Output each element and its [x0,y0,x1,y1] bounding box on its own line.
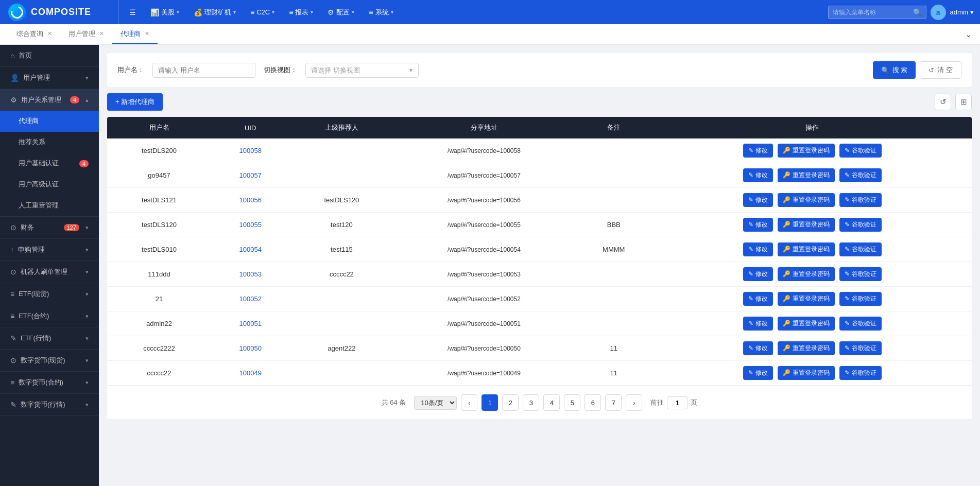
page-5-button[interactable]: 5 [564,394,580,411]
sidebar-group-crypto-futures: ≡ 数字货币(合约) ▾ [0,372,99,394]
page-1-button[interactable]: 1 [482,394,498,411]
sidebar-item-advanced-auth[interactable]: 用户高级认证 [0,174,99,195]
cell-username: go9457 [107,163,211,188]
sidebar-item-etf-spot[interactable]: ≡ ETF(现货) ▾ [0,283,99,305]
reset-password-button[interactable]: 🔑 重置登录密码 [778,218,834,232]
google-auth-button[interactable]: ✎ 谷歌验证 [839,366,881,380]
sidebar-item-etf-market[interactable]: ✎ ETF(行情) ▾ [0,327,99,349]
reset-password-button[interactable]: 🔑 重置登录密码 [778,193,834,207]
tab-general-search-close[interactable]: ✕ [47,30,52,37]
tabs-expand-icon[interactable]: ⌄ [965,29,972,39]
sidebar-item-crypto-market[interactable]: ✎ 数字货币(行情) ▾ [0,394,99,415]
user-name[interactable]: admin ▾ [950,8,974,16]
cell-share: /wap/#/?usercode=100049 [393,361,574,386]
google-auth-button[interactable]: ✎ 谷歌验证 [839,242,881,256]
sidebar-finance-label: 财务 [21,223,34,232]
table-row: 21 100052 /wap/#/?usercode=100052 ✎ 修改 🔑… [107,287,972,311]
sidebar-item-crypto-spot[interactable]: ⊙ 数字货币(现货) ▾ [0,350,99,371]
page-7-button[interactable]: 7 [605,394,622,411]
google-auth-button[interactable]: ✎ 谷歌验证 [839,317,881,331]
search-button[interactable]: 🔍 搜 索 [873,61,916,79]
nav-item-c2c[interactable]: ≡ C2C ▾ [244,0,281,24]
nav-item-hamburger[interactable]: ☰ [123,0,142,24]
sidebar-item-etf-futures[interactable]: ≡ ETF(合约) ▾ [0,305,99,327]
reset-password-button[interactable]: 🔑 重置登录密码 [778,242,834,256]
cell-remark: 11 [575,361,653,386]
edit-button[interactable]: ✎ 修改 [743,267,772,281]
nav-item-system[interactable]: ≡ 系统 ▾ [363,0,399,24]
reset-password-button[interactable]: 🔑 重置登录密码 [778,366,834,380]
reset-password-button[interactable]: 🔑 重置登录密码 [778,317,834,331]
page-size-select[interactable]: 10条/页 [414,396,457,410]
tab-general-search[interactable]: 综合查询 ✕ [8,24,60,44]
username-filter-input[interactable] [152,63,255,78]
edit-button[interactable]: ✎ 修改 [743,292,772,306]
global-search-box[interactable]: 🔍 [828,6,926,19]
global-search-input[interactable] [833,9,910,16]
google-auth-button[interactable]: ✎ 谷歌验证 [839,218,881,232]
edit-button[interactable]: ✎ 修改 [743,366,772,380]
edit-button[interactable]: ✎ 修改 [743,242,772,256]
sidebar-item-purchase[interactable]: ↑ 申购管理 ▾ [0,239,99,261]
cell-remark [575,163,653,188]
reset-password-button[interactable]: 🔑 重置登录密码 [778,267,834,281]
google-auth-button[interactable]: ✎ 谷歌验证 [839,193,881,207]
page-4-button[interactable]: 4 [543,394,560,411]
sidebar-item-user-relation[interactable]: ⚙ 用户关系管理 4 ▴ [0,89,99,111]
edit-button[interactable]: ✎ 修改 [743,193,772,207]
tab-user-mgmt-close[interactable]: ✕ [99,30,104,37]
reset-password-button[interactable]: 🔑 重置登录密码 [778,292,834,306]
page-3-button[interactable]: 3 [523,394,539,411]
sidebar-advanced-auth-label: 用户高级认证 [19,180,59,189]
add-agent-button[interactable]: + 新增代理商 [107,93,163,111]
nav-item-mining[interactable]: 💰 理财矿机 ▾ [187,0,242,24]
edit-button[interactable]: ✎ 修改 [743,317,772,331]
nav-item-config[interactable]: ⚙ 配置 ▾ [321,0,360,24]
sidebar-item-referral[interactable]: 推荐关系 [0,132,99,153]
tab-agent-close[interactable]: ✕ [145,30,149,37]
edit-button[interactable]: ✎ 修改 [743,218,772,232]
tab-agent[interactable]: 代理商 ✕ [112,24,158,44]
cell-referrer [289,287,393,311]
view-select[interactable]: 请选择 切换视图 [305,63,419,78]
google-auth-button[interactable]: ✎ 谷歌验证 [839,341,881,355]
reset-password-button[interactable]: 🔑 重置登录密码 [778,144,834,158]
cell-uid: 100053 [211,262,289,287]
sidebar-item-crypto-futures[interactable]: ≡ 数字货币(合约) ▾ [0,372,99,393]
sidebar-item-home[interactable]: ⌂ 首页 [0,45,99,66]
page-next-button[interactable]: › [626,394,642,411]
view-select-wrapper[interactable]: 请选择 切换视图 [305,63,419,78]
clear-button[interactable]: ↺ 清 空 [920,61,961,79]
edit-button[interactable]: ✎ 修改 [743,168,772,182]
col-share: 分享地址 [393,117,574,138]
reset-password-button[interactable]: 🔑 重置登录密码 [778,341,834,355]
cell-referrer: test115 [289,237,393,262]
google-auth-button[interactable]: ✎ 谷歌验证 [839,267,881,281]
google-auth-button[interactable]: ✎ 谷歌验证 [839,168,881,182]
page-2-button[interactable]: 2 [502,394,519,411]
sidebar-item-user-mgmt[interactable]: 👤 用户管理 ▾ [0,67,99,89]
google-auth-button[interactable]: ✎ 谷歌验证 [839,292,881,306]
sidebar-item-finance[interactable]: ⊙ 财务 127 ▾ [0,217,99,238]
page-6-button[interactable]: 6 [584,394,601,411]
sidebar-user-relation-label: 用户关系管理 [21,95,61,105]
main-content: 用户名： 切换视图： 请选择 切换视图 🔍 搜 索 ↺ 清 空 [99,45,980,486]
sidebar-group-home: ⌂ 首页 [0,45,99,67]
page-prev-button[interactable]: ‹ [461,394,477,411]
sidebar-item-basic-auth[interactable]: 用户基础认证 4 [0,153,99,174]
reset-password-button[interactable]: 🔑 重置登录密码 [778,168,834,182]
edit-button[interactable]: ✎ 修改 [743,341,772,355]
goto-input[interactable] [667,396,687,409]
nav-item-reports[interactable]: ≡ 报表 ▾ [283,0,319,24]
refresh-button[interactable]: ↺ [935,94,951,110]
sidebar-item-robot[interactable]: ⊙ 机器人刷单管理 ▾ [0,261,99,283]
edit-button[interactable]: ✎ 修改 [743,144,772,158]
search-icon[interactable]: 🔍 [913,8,922,16]
sidebar-item-manual-mgmt[interactable]: 人工重营管理 [0,195,99,216]
tab-user-mgmt[interactable]: 用户管理 ✕ [60,24,112,44]
nav-item-stocks[interactable]: 📊 美股 ▾ [144,0,185,24]
sidebar-agent-label: 代理商 [19,117,39,126]
google-auth-button[interactable]: ✎ 谷歌验证 [839,144,881,158]
search-filter-button[interactable]: ⊞ [955,94,972,110]
sidebar-item-agent[interactable]: 代理商 [0,111,99,132]
